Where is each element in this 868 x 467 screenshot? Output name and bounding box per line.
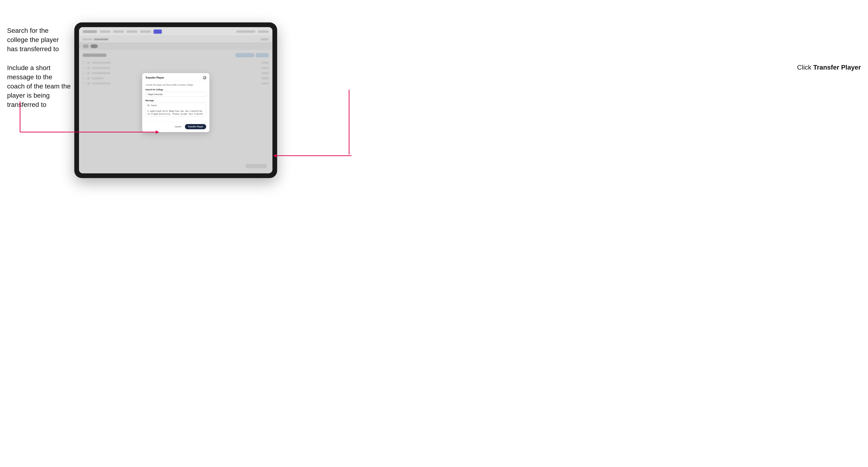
message-label: Message (146, 99, 206, 102)
cancel-button[interactable]: Cancel (173, 124, 183, 129)
modal-subtitle: Transfer the player and their profile to… (146, 84, 206, 86)
annotation-left-text-1: Search for the college the player has tr… (7, 27, 59, 53)
ipad-device: Transfer Player × Transfer the player an… (74, 22, 277, 178)
modal-footer: Cancel Transfer Player (142, 122, 210, 132)
search-college-input[interactable] (146, 92, 206, 97)
annotation-left: Search for the college the player has tr… (7, 26, 71, 110)
message-group: Message (146, 99, 206, 117)
annotation-right: Click Transfer Player (797, 64, 861, 71)
transfer-player-button[interactable]: Transfer Player (185, 124, 206, 129)
modal-body: Transfer the player and their profile to… (142, 81, 210, 122)
modal-close-button[interactable]: × (203, 76, 206, 79)
message-textarea[interactable] (146, 102, 206, 116)
search-college-group: Search for College (146, 88, 206, 97)
search-college-label: Search for College (146, 88, 206, 91)
ipad-screen: Transfer Player × Transfer the player an… (79, 27, 272, 173)
annotation-left-text-2: Include a short message to the coach of … (7, 64, 70, 108)
annotation-right-prefix: Click (797, 64, 813, 71)
modal-title: Transfer Player (146, 76, 164, 79)
annotation-right-bold: Transfer Player (813, 64, 861, 71)
modal-overlay: Transfer Player × Transfer the player an… (79, 27, 272, 173)
transfer-player-modal[interactable]: Transfer Player × Transfer the player an… (142, 73, 210, 132)
modal-header: Transfer Player × (142, 73, 210, 81)
